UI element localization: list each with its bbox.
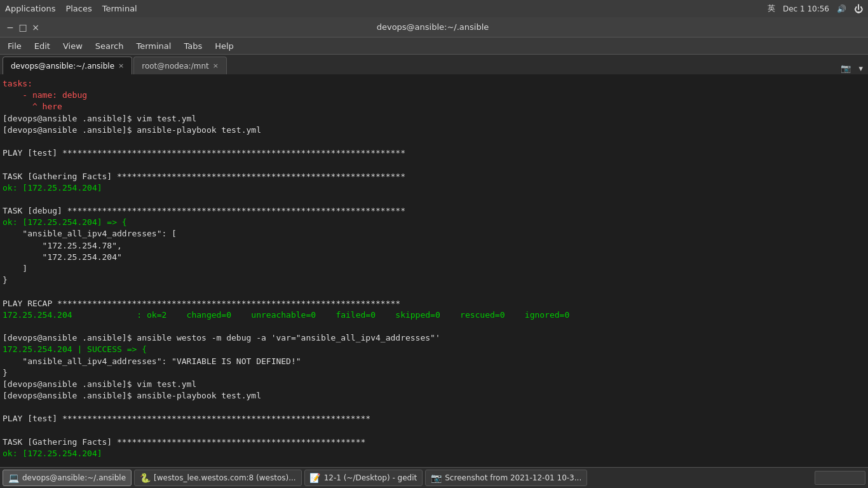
terminal-line: PLAY RECAP *****************************… <box>3 298 865 309</box>
tab-close-1[interactable]: × <box>118 62 124 69</box>
tab-label-2: root@nodea:/mnt <box>142 62 208 71</box>
maximize-button[interactable]: □ <box>18 22 28 32</box>
menu-edit[interactable]: Edit <box>29 40 55 52</box>
terminal-line: TASK [debug] ***************************… <box>3 205 865 217</box>
menu-search[interactable]: Search <box>90 40 129 52</box>
taskbar-input-box <box>815 471 865 485</box>
close-button[interactable]: × <box>31 22 41 32</box>
menu-file[interactable]: File <box>3 40 27 52</box>
gedit-icon: 📝 <box>310 473 320 483</box>
menu-tabs[interactable]: Tabs <box>179 40 207 52</box>
terminal-line: [devops@ansible .ansible]$ ansible westo… <box>3 332 865 344</box>
menu-terminal[interactable]: Terminal <box>131 40 176 52</box>
topbar-right: 英 Dec 1 10:56 🔊 ⏻ <box>768 3 863 14</box>
menu-view[interactable]: View <box>58 40 88 52</box>
terminal-line: } <box>3 274 865 286</box>
places-menu[interactable]: Places <box>65 4 92 13</box>
terminal-line: ok: [172.25.254.204] => { <box>3 217 865 228</box>
taskbar-item-terminal[interactable]: 💻 devops@ansible:~/.ansible <box>3 470 132 486</box>
terminal-line: "ansible_all_ipv4_addresses": [ <box>3 228 865 240</box>
applications-menu[interactable]: Applications <box>5 4 55 13</box>
terminal-line: - name: debug <box>3 90 865 101</box>
terminal-line: "172.25.254.204" <box>3 252 865 263</box>
terminal-icon: 💻 <box>8 473 18 483</box>
tab-root-nodea[interactable]: root@nodea:/mnt × <box>133 57 227 74</box>
terminal-line: PLAY [test] ****************************… <box>3 413 865 424</box>
terminal-content[interactable]: tasks: - name: debug ^ here [devops@ansi… <box>0 76 868 488</box>
power-icon[interactable]: ⏻ <box>854 4 863 14</box>
minimize-button[interactable]: − <box>5 22 15 32</box>
terminal-line <box>3 321 865 332</box>
title-bar: − □ × devops@ansible:~/.ansible <box>0 17 868 37</box>
volume-icon[interactable]: 🔊 <box>837 4 846 13</box>
taskbar-item-gedit[interactable]: 📝 12-1 (~/Desktop) - gedit <box>304 470 423 486</box>
terminal-line: ok: [172.25.254.204] <box>3 182 865 194</box>
taskbar-label-2: [westos_lee.westos.com:8 (westos)... <box>154 473 296 482</box>
terminal-line: [devops@ansible .ansible]$ ansible-playb… <box>3 125 865 136</box>
tab-screenshot-btn[interactable]: 📷 <box>838 62 853 74</box>
terminal-line <box>3 286 865 297</box>
taskbar-label-3: 12-1 (~/Desktop) - gedit <box>324 473 417 482</box>
terminal-line: 172.25.254.204 | SUCCESS => { <box>3 344 865 355</box>
terminal-line <box>3 136 865 147</box>
tab-close-2[interactable]: × <box>213 62 219 69</box>
terminal-line: ok: [172.25.254.204] <box>3 448 865 459</box>
topbar-left: Applications Places Terminal <box>5 4 137 13</box>
terminal-line: PLAY [test] ****************************… <box>3 147 865 159</box>
terminal-line <box>3 159 865 170</box>
terminal-line: tasks: <box>3 78 865 90</box>
terminal-menu[interactable]: Terminal <box>102 4 137 13</box>
terminal-window: − □ × devops@ansible:~/.ansible File Edi… <box>0 17 868 488</box>
terminal-line: TASK [Gathering Facts] *****************… <box>3 437 865 448</box>
system-topbar: Applications Places Terminal 英 Dec 1 10:… <box>0 0 868 17</box>
window-controls: − □ × <box>5 22 41 32</box>
terminal-line: [devops@ansible .ansible]$ vim test.yml <box>3 379 865 390</box>
terminal-line: [devops@ansible .ansible]$ vim test.yml <box>3 113 865 125</box>
language-indicator: 英 <box>768 3 775 14</box>
terminal-line <box>3 402 865 413</box>
terminal-line: ] <box>3 263 865 274</box>
datetime-display: Dec 1 10:56 <box>783 4 829 13</box>
taskbar-label-1: devops@ansible:~/.ansible <box>22 473 126 482</box>
terminal-line: [devops@ansible .ansible]$ ansible-playb… <box>3 390 865 402</box>
taskbar-label-4: Screenshot from 2021-12-01 10-3... <box>445 473 581 482</box>
menu-help[interactable]: Help <box>210 40 239 52</box>
taskbar-item-screenshot[interactable]: 📷 Screenshot from 2021-12-01 10-3... <box>425 470 587 486</box>
taskbar: 💻 devops@ansible:~/.ansible 🐍 [westos_le… <box>0 467 868 488</box>
terminal-line <box>3 425 865 437</box>
terminal-line: ^ here <box>3 101 865 112</box>
tab-label-1: devops@ansible:~/.ansible <box>11 62 114 71</box>
taskbar-item-westos[interactable]: 🐍 [westos_lee.westos.com:8 (westos)... <box>134 470 302 486</box>
terminal-line: } <box>3 367 865 379</box>
terminal-line: TASK [Gathering Facts] *****************… <box>3 171 865 182</box>
terminal-line: "172.25.254.78", <box>3 240 865 252</box>
screenshot-icon: 📷 <box>431 473 441 483</box>
terminal-line: "ansible_all_ipv4_addresses": "VARIABLE … <box>3 356 865 367</box>
terminal-line: 172.25.254.204 : ok=2 changed=0 unreacha… <box>3 309 865 321</box>
terminal-line <box>3 194 865 205</box>
tab-actions: 📷 ▾ <box>838 62 865 74</box>
tab-devops-ansible[interactable]: devops@ansible:~/.ansible × <box>3 57 132 74</box>
window-title: devops@ansible:~/.ansible <box>41 22 825 32</box>
tabs-bar: devops@ansible:~/.ansible × root@nodea:/… <box>0 55 868 76</box>
menu-bar: File Edit View Search Terminal Tabs Help <box>0 37 868 55</box>
westos-icon: 🐍 <box>140 473 150 483</box>
tab-dropdown-btn[interactable]: ▾ <box>856 62 865 74</box>
